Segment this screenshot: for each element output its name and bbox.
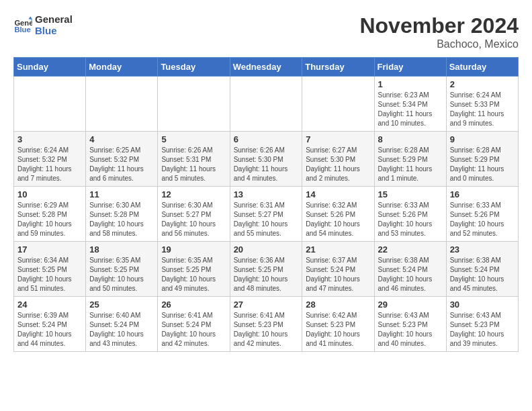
day-info: Sunrise: 6:32 AM Sunset: 5:26 PM Dayligh… <box>306 201 370 238</box>
calendar-week-row: 3Sunrise: 6:24 AM Sunset: 5:32 PM Daylig… <box>14 132 519 187</box>
day-info: Sunrise: 6:42 AM Sunset: 5:23 PM Dayligh… <box>306 311 370 349</box>
calendar-cell: 30Sunrise: 6:43 AM Sunset: 5:23 PM Dayli… <box>446 297 518 352</box>
calendar-cell: 7Sunrise: 6:27 AM Sunset: 5:30 PM Daylig… <box>302 132 374 187</box>
day-number: 15 <box>378 189 443 199</box>
calendar-cell: 29Sunrise: 6:43 AM Sunset: 5:23 PM Dayli… <box>374 297 446 352</box>
day-number: 26 <box>161 300 226 310</box>
day-number: 10 <box>17 189 82 199</box>
calendar-week-row: 17Sunrise: 6:34 AM Sunset: 5:25 PM Dayli… <box>14 242 519 297</box>
day-info: Sunrise: 6:23 AM Sunset: 5:34 PM Dayligh… <box>378 91 443 128</box>
calendar-cell <box>230 77 302 132</box>
day-info: Sunrise: 6:24 AM Sunset: 5:32 PM Dayligh… <box>17 146 82 183</box>
day-number: 21 <box>306 244 370 255</box>
calendar-cell: 15Sunrise: 6:33 AM Sunset: 5:26 PM Dayli… <box>374 187 446 242</box>
day-info: Sunrise: 6:38 AM Sunset: 5:24 PM Dayligh… <box>378 256 443 293</box>
calendar-cell: 16Sunrise: 6:33 AM Sunset: 5:26 PM Dayli… <box>446 187 518 242</box>
day-number: 13 <box>234 189 299 199</box>
day-info: Sunrise: 6:27 AM Sunset: 5:30 PM Dayligh… <box>306 146 370 183</box>
day-info: Sunrise: 6:24 AM Sunset: 5:33 PM Dayligh… <box>450 91 515 128</box>
day-number: 11 <box>89 189 154 199</box>
day-info: Sunrise: 6:41 AM Sunset: 5:23 PM Dayligh… <box>234 311 299 349</box>
day-number: 6 <box>234 134 299 144</box>
calendar-cell: 5Sunrise: 6:26 AM Sunset: 5:31 PM Daylig… <box>158 132 230 187</box>
calendar-cell: 28Sunrise: 6:42 AM Sunset: 5:23 PM Dayli… <box>302 297 374 352</box>
day-number: 25 <box>89 300 154 310</box>
weekday-header: Friday <box>374 58 446 77</box>
day-number: 29 <box>378 300 443 310</box>
day-info: Sunrise: 6:31 AM Sunset: 5:27 PM Dayligh… <box>234 201 299 238</box>
day-number: 28 <box>306 300 370 310</box>
calendar-cell: 24Sunrise: 6:39 AM Sunset: 5:24 PM Dayli… <box>14 297 86 352</box>
calendar-cell <box>86 77 158 132</box>
calendar-week-row: 1Sunrise: 6:23 AM Sunset: 5:34 PM Daylig… <box>14 77 519 132</box>
day-info: Sunrise: 6:43 AM Sunset: 5:23 PM Dayligh… <box>378 311 443 349</box>
calendar-cell: 18Sunrise: 6:35 AM Sunset: 5:25 PM Dayli… <box>86 242 158 297</box>
day-info: Sunrise: 6:28 AM Sunset: 5:29 PM Dayligh… <box>378 146 443 183</box>
calendar-cell <box>158 77 230 132</box>
day-info: Sunrise: 6:34 AM Sunset: 5:25 PM Dayligh… <box>17 256 82 293</box>
day-number: 7 <box>306 134 370 144</box>
day-info: Sunrise: 6:37 AM Sunset: 5:24 PM Dayligh… <box>306 256 370 293</box>
day-info: Sunrise: 6:26 AM Sunset: 5:31 PM Dayligh… <box>161 146 226 183</box>
day-number: 4 <box>89 134 154 144</box>
day-number: 18 <box>89 244 154 255</box>
calendar-cell: 9Sunrise: 6:28 AM Sunset: 5:29 PM Daylig… <box>446 132 518 187</box>
weekday-header: Tuesday <box>158 58 230 77</box>
calendar-table: SundayMondayTuesdayWednesdayThursdayFrid… <box>13 57 519 352</box>
day-info: Sunrise: 6:29 AM Sunset: 5:28 PM Dayligh… <box>17 201 82 238</box>
weekday-header: Monday <box>86 58 158 77</box>
calendar-cell: 21Sunrise: 6:37 AM Sunset: 5:24 PM Dayli… <box>302 242 374 297</box>
day-number: 5 <box>161 134 226 144</box>
day-number: 22 <box>378 244 443 255</box>
logo-general: General <box>35 13 73 25</box>
weekday-header: Saturday <box>446 58 518 77</box>
calendar-cell: 3Sunrise: 6:24 AM Sunset: 5:32 PM Daylig… <box>14 132 86 187</box>
day-number: 16 <box>450 189 515 199</box>
calendar-cell: 8Sunrise: 6:28 AM Sunset: 5:29 PM Daylig… <box>374 132 446 187</box>
calendar-header-row: SundayMondayTuesdayWednesdayThursdayFrid… <box>14 58 519 77</box>
day-number: 9 <box>450 134 515 144</box>
calendar-cell: 11Sunrise: 6:30 AM Sunset: 5:28 PM Dayli… <box>86 187 158 242</box>
calendar-cell <box>302 77 374 132</box>
day-number: 20 <box>234 244 299 255</box>
logo-blue: Blue <box>35 25 73 36</box>
day-number: 2 <box>450 79 515 89</box>
calendar-cell: 4Sunrise: 6:25 AM Sunset: 5:32 PM Daylig… <box>86 132 158 187</box>
day-info: Sunrise: 6:26 AM Sunset: 5:30 PM Dayligh… <box>234 146 299 183</box>
day-info: Sunrise: 6:39 AM Sunset: 5:24 PM Dayligh… <box>17 311 82 349</box>
day-number: 14 <box>306 189 370 199</box>
month-title: November 2024 <box>359 13 519 38</box>
day-number: 27 <box>234 300 299 310</box>
calendar-cell <box>14 77 86 132</box>
day-number: 17 <box>17 244 82 255</box>
day-number: 8 <box>378 134 443 144</box>
day-info: Sunrise: 6:28 AM Sunset: 5:29 PM Dayligh… <box>450 146 515 183</box>
day-number: 24 <box>17 300 82 310</box>
weekday-header: Sunday <box>14 58 86 77</box>
calendar-cell: 13Sunrise: 6:31 AM Sunset: 5:27 PM Dayli… <box>230 187 302 242</box>
calendar-cell: 27Sunrise: 6:41 AM Sunset: 5:23 PM Dayli… <box>230 297 302 352</box>
day-info: Sunrise: 6:35 AM Sunset: 5:25 PM Dayligh… <box>161 256 226 293</box>
calendar-cell: 25Sunrise: 6:40 AM Sunset: 5:24 PM Dayli… <box>86 297 158 352</box>
calendar-cell: 1Sunrise: 6:23 AM Sunset: 5:34 PM Daylig… <box>374 77 446 132</box>
location: Bachoco, Mexico <box>359 38 519 50</box>
day-number: 1 <box>378 79 443 89</box>
day-number: 19 <box>161 244 226 255</box>
day-number: 12 <box>161 189 226 199</box>
title-block: November 2024 Bachoco, Mexico <box>359 13 519 50</box>
day-number: 3 <box>17 134 82 144</box>
day-info: Sunrise: 6:25 AM Sunset: 5:32 PM Dayligh… <box>89 146 154 183</box>
calendar-cell: 14Sunrise: 6:32 AM Sunset: 5:26 PM Dayli… <box>302 187 374 242</box>
calendar-cell: 22Sunrise: 6:38 AM Sunset: 5:24 PM Dayli… <box>374 242 446 297</box>
calendar-cell: 2Sunrise: 6:24 AM Sunset: 5:33 PM Daylig… <box>446 77 518 132</box>
calendar-week-row: 24Sunrise: 6:39 AM Sunset: 5:24 PM Dayli… <box>14 297 519 352</box>
day-info: Sunrise: 6:36 AM Sunset: 5:25 PM Dayligh… <box>234 256 299 293</box>
calendar-cell: 26Sunrise: 6:41 AM Sunset: 5:24 PM Dayli… <box>158 297 230 352</box>
calendar-cell: 19Sunrise: 6:35 AM Sunset: 5:25 PM Dayli… <box>158 242 230 297</box>
svg-marker-2 <box>28 16 32 19</box>
calendar-cell: 6Sunrise: 6:26 AM Sunset: 5:30 PM Daylig… <box>230 132 302 187</box>
calendar-cell: 12Sunrise: 6:30 AM Sunset: 5:27 PM Dayli… <box>158 187 230 242</box>
calendar-cell: 23Sunrise: 6:38 AM Sunset: 5:24 PM Dayli… <box>446 242 518 297</box>
day-info: Sunrise: 6:40 AM Sunset: 5:24 PM Dayligh… <box>89 311 154 349</box>
calendar-cell: 20Sunrise: 6:36 AM Sunset: 5:25 PM Dayli… <box>230 242 302 297</box>
